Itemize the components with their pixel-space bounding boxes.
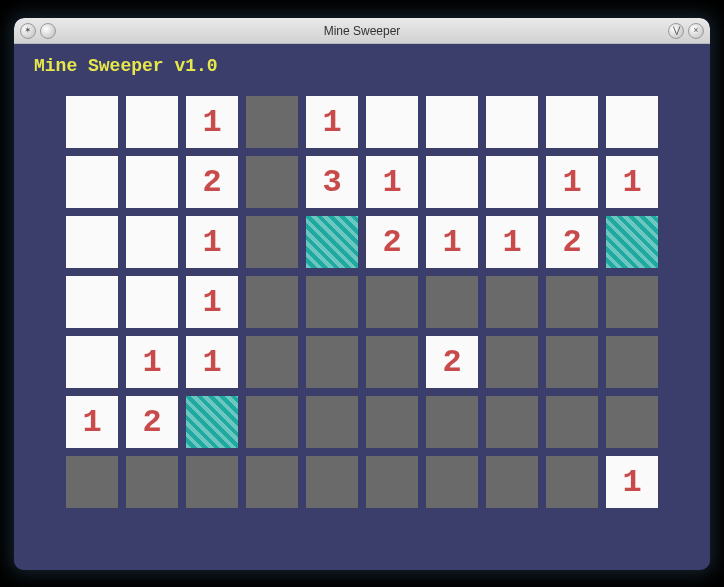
cell-6-7[interactable]	[486, 456, 538, 508]
cell-4-9[interactable]	[606, 336, 658, 388]
cell-4-8[interactable]	[546, 336, 598, 388]
window-frame: ✶ Mine Sweeper ⋁ × Mine Sweeper v1.0 112…	[14, 18, 710, 570]
cell-5-0[interactable]: 1	[66, 396, 118, 448]
cell-0-9[interactable]	[606, 96, 658, 148]
cell-value: 1	[142, 344, 161, 381]
cell-2-1[interactable]	[126, 216, 178, 268]
cell-2-8[interactable]: 2	[546, 216, 598, 268]
cell-6-4[interactable]	[306, 456, 358, 508]
cell-1-6[interactable]	[426, 156, 478, 208]
cell-2-6[interactable]: 1	[426, 216, 478, 268]
cell-0-6[interactable]	[426, 96, 478, 148]
cell-1-8[interactable]: 1	[546, 156, 598, 208]
titlebar-right-controls: ⋁ ×	[668, 23, 704, 39]
cell-1-3[interactable]	[246, 156, 298, 208]
cell-2-4[interactable]	[306, 216, 358, 268]
cell-1-7[interactable]	[486, 156, 538, 208]
cell-4-0[interactable]	[66, 336, 118, 388]
cell-1-2[interactable]: 2	[186, 156, 238, 208]
cell-value: 1	[202, 224, 221, 261]
cell-2-9[interactable]	[606, 216, 658, 268]
cell-5-6[interactable]	[426, 396, 478, 448]
cell-value: 1	[622, 464, 641, 501]
cell-1-5[interactable]: 1	[366, 156, 418, 208]
cell-5-1[interactable]: 2	[126, 396, 178, 448]
cell-2-3[interactable]	[246, 216, 298, 268]
cell-6-9[interactable]: 1	[606, 456, 658, 508]
expand-button[interactable]: ⋁	[668, 23, 684, 39]
cell-value: 2	[142, 404, 161, 441]
cell-4-4[interactable]	[306, 336, 358, 388]
minimize-button[interactable]	[40, 23, 56, 39]
expand-icon: ⋁	[673, 26, 680, 35]
cell-value: 1	[202, 284, 221, 321]
cell-0-3[interactable]	[246, 96, 298, 148]
close-icon: ×	[693, 26, 698, 35]
cell-5-5[interactable]	[366, 396, 418, 448]
cell-1-0[interactable]	[66, 156, 118, 208]
cell-3-8[interactable]	[546, 276, 598, 328]
cell-3-6[interactable]	[426, 276, 478, 328]
cell-3-0[interactable]	[66, 276, 118, 328]
cell-value: 1	[622, 164, 641, 201]
cell-1-4[interactable]: 3	[306, 156, 358, 208]
cell-value: 3	[322, 164, 341, 201]
cell-value: 2	[382, 224, 401, 261]
cell-5-8[interactable]	[546, 396, 598, 448]
cell-3-9[interactable]	[606, 276, 658, 328]
cell-3-1[interactable]	[126, 276, 178, 328]
cell-5-2[interactable]	[186, 396, 238, 448]
cell-5-9[interactable]	[606, 396, 658, 448]
cell-4-7[interactable]	[486, 336, 538, 388]
cell-3-2[interactable]: 1	[186, 276, 238, 328]
cell-1-1[interactable]	[126, 156, 178, 208]
cell-4-2[interactable]: 1	[186, 336, 238, 388]
cell-6-3[interactable]	[246, 456, 298, 508]
cell-0-4[interactable]: 1	[306, 96, 358, 148]
cell-0-5[interactable]	[366, 96, 418, 148]
mine-grid: 1123111121121112121	[34, 96, 690, 508]
cell-3-3[interactable]	[246, 276, 298, 328]
cell-5-7[interactable]	[486, 396, 538, 448]
cell-0-0[interactable]	[66, 96, 118, 148]
cell-6-1[interactable]	[126, 456, 178, 508]
cell-3-7[interactable]	[486, 276, 538, 328]
cell-value: 1	[562, 164, 581, 201]
cell-4-3[interactable]	[246, 336, 298, 388]
cell-0-1[interactable]	[126, 96, 178, 148]
cell-0-2[interactable]: 1	[186, 96, 238, 148]
cell-3-4[interactable]	[306, 276, 358, 328]
cell-2-0[interactable]	[66, 216, 118, 268]
titlebar[interactable]: ✶ Mine Sweeper ⋁ ×	[14, 18, 710, 44]
mine-icon: ✶	[24, 26, 32, 35]
cell-6-0[interactable]	[66, 456, 118, 508]
app-menu-button[interactable]: ✶	[20, 23, 36, 39]
cell-value: 1	[322, 104, 341, 141]
app-body: Mine Sweeper v1.0 1123111121121112121	[14, 44, 710, 570]
version-label: Mine Sweeper v1.0	[34, 56, 690, 76]
cell-value: 2	[442, 344, 461, 381]
cell-3-5[interactable]	[366, 276, 418, 328]
cell-value: 2	[562, 224, 581, 261]
cell-value: 1	[202, 104, 221, 141]
cell-2-5[interactable]: 2	[366, 216, 418, 268]
cell-4-6[interactable]: 2	[426, 336, 478, 388]
cell-1-9[interactable]: 1	[606, 156, 658, 208]
cell-6-8[interactable]	[546, 456, 598, 508]
cell-value: 2	[202, 164, 221, 201]
cell-0-7[interactable]	[486, 96, 538, 148]
cell-6-6[interactable]	[426, 456, 478, 508]
cell-4-5[interactable]	[366, 336, 418, 388]
cell-5-4[interactable]	[306, 396, 358, 448]
cell-5-3[interactable]	[246, 396, 298, 448]
cell-2-7[interactable]: 1	[486, 216, 538, 268]
cell-2-2[interactable]: 1	[186, 216, 238, 268]
cell-value: 1	[502, 224, 521, 261]
cell-6-5[interactable]	[366, 456, 418, 508]
cell-4-1[interactable]: 1	[126, 336, 178, 388]
cell-value: 1	[382, 164, 401, 201]
cell-0-8[interactable]	[546, 96, 598, 148]
cell-6-2[interactable]	[186, 456, 238, 508]
close-button[interactable]: ×	[688, 23, 704, 39]
cell-value: 1	[202, 344, 221, 381]
